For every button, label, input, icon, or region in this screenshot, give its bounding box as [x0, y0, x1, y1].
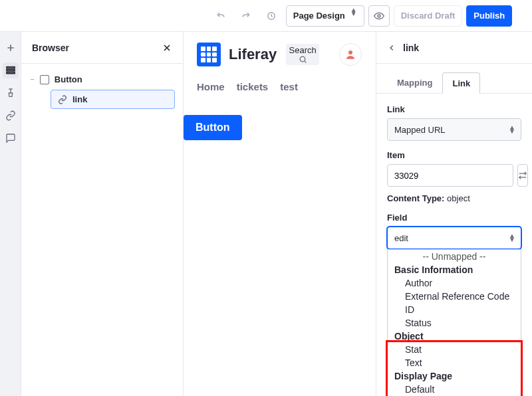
config-tabs: Mapping Link: [376, 64, 532, 94]
dropdown-group-display: Display Page: [388, 369, 521, 383]
redo-icon: [241, 11, 251, 21]
comments-rail-button[interactable]: [3, 130, 19, 146]
top-toolbar: Page Design ▲▼ Discard Draft Publish: [0, 0, 532, 32]
field-select[interactable]: edit ▲▼: [387, 227, 521, 249]
svg-point-6: [348, 50, 352, 54]
content-type-line: Content Type: object: [387, 193, 521, 203]
config-panel: link Mapping Link Link Mapped URL ▲▼ Ite…: [376, 32, 532, 396]
tree-item-link[interactable]: link: [51, 90, 175, 109]
plus-icon: [5, 43, 16, 53]
svg-rect-4: [7, 72, 15, 74]
liferay-logo-icon: [197, 43, 221, 66]
svg-rect-3: [7, 70, 15, 71]
nav-test[interactable]: test: [280, 81, 298, 92]
browser-panel: Browser − Button link: [21, 32, 184, 396]
dropdown-option-erc[interactable]: External Reference Code: [388, 290, 521, 303]
history-button[interactable]: [261, 5, 282, 27]
preview-button[interactable]: [368, 5, 390, 27]
item-row: [387, 164, 521, 187]
back-button[interactable]: [387, 43, 396, 52]
avatar[interactable]: [339, 43, 362, 66]
nav-tickets[interactable]: tickets: [237, 81, 269, 92]
item-input[interactable]: [387, 164, 513, 187]
redo-button[interactable]: [235, 5, 257, 27]
page-design-label: Page Design: [293, 11, 345, 21]
link-icon: [5, 110, 16, 121]
link-icon: [58, 95, 67, 104]
link-type-select[interactable]: Mapped URL ▲▼: [387, 118, 521, 141]
site-nav: Home tickets test: [197, 81, 362, 92]
content-type-key: Content Type:: [387, 193, 444, 203]
publish-button[interactable]: Publish: [466, 5, 512, 27]
button-glyph-icon: [40, 75, 49, 84]
item-refresh-button[interactable]: [517, 164, 528, 187]
left-icon-rail: [0, 32, 21, 396]
site-title: Liferay: [229, 46, 277, 63]
dropdown-option-unmapped[interactable]: -- Unmapped --: [388, 250, 521, 263]
dropdown-option-stat[interactable]: Stat: [388, 343, 521, 356]
layers-icon: [5, 65, 16, 76]
search-label: Search: [289, 45, 317, 55]
item-label: Item: [387, 150, 521, 160]
field-label: Field: [387, 213, 521, 223]
dropdown-option-default[interactable]: Default: [388, 383, 521, 396]
search-icon: [299, 55, 307, 64]
tree-item-button[interactable]: − Button: [27, 72, 178, 87]
content-rail-button[interactable]: [3, 108, 19, 124]
config-body: Link Mapped URL ▲▼ Item Content Type: ob…: [376, 94, 532, 260]
undo-icon: [216, 11, 225, 21]
design-rail-button[interactable]: [3, 85, 19, 101]
svg-point-1: [378, 15, 380, 17]
link-label: Link: [387, 104, 521, 114]
close-browser-button[interactable]: [162, 43, 172, 53]
canvas-button-fragment[interactable]: Button: [184, 115, 242, 140]
field-dropdown-list: -- Unmapped -- Basic Information Author …: [387, 249, 521, 396]
eye-icon: [374, 11, 384, 21]
search-widget[interactable]: Search: [286, 44, 319, 65]
dropdown-option-id[interactable]: ID: [388, 303, 521, 316]
site-header: Liferay Search: [197, 43, 362, 66]
select-caret-icon: ▲▼: [509, 234, 515, 242]
tree-child-label: link: [72, 94, 87, 104]
clock-icon: [267, 11, 276, 21]
add-fragment-button[interactable]: [3, 40, 19, 56]
tab-mapping[interactable]: Mapping: [387, 72, 442, 93]
undo-button[interactable]: [210, 5, 231, 27]
select-caret-icon: ▲▼: [509, 126, 515, 134]
page-canvas: Liferay Search Home tickets test Button: [184, 32, 376, 396]
config-header: link: [376, 32, 532, 64]
page-design-dropdown[interactable]: Page Design ▲▼: [286, 5, 364, 27]
dropdown-group-basic: Basic Information: [388, 263, 521, 276]
chevron-left-icon: [387, 43, 396, 52]
swap-icon: [518, 171, 527, 180]
dropdown-option-text[interactable]: Text: [388, 356, 521, 369]
user-icon: [344, 49, 356, 60]
discard-draft-button[interactable]: Discard Draft: [394, 5, 463, 27]
field-select-value: edit: [394, 233, 408, 243]
browser-title: Browser: [32, 43, 69, 53]
link-type-value: Mapped URL: [394, 125, 446, 135]
dropdown-group-object: Object: [388, 330, 521, 343]
paint-icon: [5, 88, 16, 98]
comment-icon: [5, 133, 16, 144]
nav-home[interactable]: Home: [197, 81, 225, 92]
structure-tree: − Button link: [21, 64, 183, 117]
tab-link[interactable]: Link: [442, 72, 480, 94]
dropdown-option-status[interactable]: Status: [388, 316, 521, 330]
svg-point-5: [300, 56, 305, 62]
config-title: link: [403, 43, 419, 53]
svg-rect-2: [7, 67, 15, 68]
tree-item-label: Button: [55, 74, 82, 84]
browser-header: Browser: [21, 32, 183, 64]
close-icon: [162, 43, 172, 53]
browser-rail-button[interactable]: [3, 62, 19, 78]
dropdown-option-author[interactable]: Author: [388, 276, 521, 290]
tree-caret-icon: −: [31, 76, 35, 83]
content-type-value: object: [447, 193, 470, 203]
